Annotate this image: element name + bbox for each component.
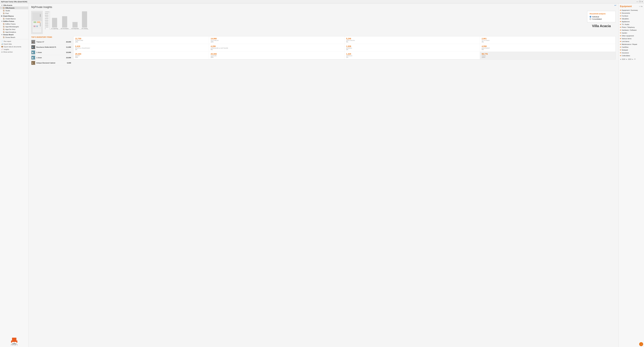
sidebar-item-pool[interactable]: 🏠 Pool [0,12,28,15]
sidebar-item-edifice-futura[interactable]: 🏠 Edifice Futura [0,22,28,25]
filter-button[interactable]: ☰ [634,58,636,60]
bar-opening-rect [52,18,57,27]
action-button[interactable]: → [639,342,643,346]
prev-year-button[interactable]: ◄ [620,58,621,60]
sidebar-item-export-data[interactable]: 📊 Export data [0,42,28,45]
sidebar-item-villa-acacia-group[interactable]: ▼ Villa Acacia [0,4,28,6]
sidebar-item-appt-michelangelo[interactable]: 🏠 Appt Michelangelo [0,25,28,28]
sidebar-label: Appt Amadeus [6,31,16,33]
stat-value-valuables: 14,990 [211,37,343,40]
back-arrow-icon[interactable]: ↩ [614,4,616,7]
right-panel-item-valuables[interactable]: Valuables [618,17,644,20]
right-panel-item-appliances[interactable]: Appliances [618,20,644,23]
sidebar-label: Export data & documents [4,46,21,47]
sidebar-bottom [0,336,28,347]
svg-rect-1 [12,341,17,342]
right-panel-label: Documents [622,12,630,14]
sidebar-item-villa-acacia[interactable]: 🏠 Villa Acacia [0,6,28,9]
stat-label-total: TOTAL [482,55,614,56]
app-body: ▼ Villa Acacia 🏠 Villa Acacia 🏠 Studio 🏠… [0,3,644,347]
sidebar-item-dunas-beach-group[interactable]: ▼ Dunas Beach [0,33,28,36]
right-panel-item-furniture[interactable]: Furniture [618,14,644,17]
right-panel-label: Cashflow [622,46,628,48]
sidebar-item-export-data-docs[interactable]: 📦 Export data & documents [0,45,28,48]
sidebar: ▼ Villa Acacia 🏠 Villa Acacia 🏠 Studio 🏠… [0,3,28,347]
sidebar-label: Chalet Bianca [6,18,16,19]
stat-valuables: 14,990 VALUABLES 15% [209,36,344,44]
sidebar-item-chalet-bianca-group[interactable]: ▶ Chalet Bianca [0,15,28,17]
sidebar-label: Dunas Beach [3,34,14,35]
right-panel-label: Furniture [622,15,628,17]
dot-icon [620,41,621,42]
sidebar-item-run-report[interactable]: 📄 Run report [0,40,28,42]
svg-text:💎: 💎 [32,47,34,48]
next-year-button[interactable]: ► [626,58,628,60]
radio-consolidated-circle[interactable] [590,18,591,20]
close-button[interactable]: ✕ [642,1,643,3]
right-panel-item-collectibles[interactable]: Collectibles [618,54,644,57]
right-panel-item-cashflow[interactable]: Cashflow [618,46,644,48]
year-start: 2020 [622,58,625,60]
dot-icon [620,47,621,47]
sidebar-item-insights[interactable]: 📈 Insights [0,48,28,51]
stats-area: 12,700 FURNITURE 13% 14,990 VALUABLES 15… [73,36,616,59]
stat-percent-various: 1% [346,56,478,58]
dot-icon [620,27,621,28]
sidebar-item-show-archive[interactable]: 🗃 Show archive [0,51,28,53]
sidebar-item-dunas-beach[interactable]: 🏠 Dunas Beach [0,36,28,39]
sidebar-item-appt-da-vinci[interactable]: 🏠 Appt Da Vinci [0,28,28,31]
sidebar-label: Studio [6,10,10,11]
right-panel-item-maintenance[interactable]: Maintenance / Repair [618,43,644,46]
dot-icon [620,32,621,33]
stat-value-photo-telephony: 2,419 [75,45,207,47]
right-panel-item-other-equipment[interactable]: Other equipment [618,34,644,37]
item-thumb-share2: 📈 [31,56,35,60]
right-panel-label: Hardware / Software [622,29,636,31]
sidebar-label: Edifice Futura [6,23,16,25]
right-panel-item-photo-telephony[interactable]: Photo / Telephony [618,26,644,29]
stat-value-leisure: 20,000 [211,53,343,55]
minimize-button[interactable]: — [636,1,638,3]
right-panel-item-garden[interactable]: Garden [618,31,644,34]
right-panel-item-various-items[interactable]: Various items [618,37,644,40]
radio-individual-circle[interactable] [590,16,591,17]
svg-rect-2 [11,341,12,343]
svg-rect-26 [36,25,38,27]
sidebar-label: Dunas Beach [6,36,15,38]
sidebar-label: Appt Michelangelo [6,26,19,27]
right-panel-item-summary[interactable]: Equipment / Summary [618,9,644,12]
font-icon[interactable]: Aa [641,5,642,7]
stats-grid: 12,700 FURNITURE 13% 14,990 VALUABLES 15… [73,36,616,59]
sidebar-item-studio[interactable]: 🏠 Studio [0,9,28,12]
radio-consolidated[interactable]: Consolidated [590,18,613,20]
expand-icon: ▼ [1,34,3,35]
sidebar-label: Villa Acacia [3,4,12,6]
right-panel-item-notepad[interactable]: Notepad [618,48,644,51]
sidebar-item-chalet-bianca[interactable]: 🏠 Chalet Bianca [0,17,28,20]
right-panel-item-lent-items[interactable]: Lent items [618,40,644,43]
sidebar-item-appt-amadeus[interactable]: 🏠 Appt Amadeus [0,31,28,33]
right-panel-item-insurance[interactable]: Insurance [618,51,644,54]
bar-disposals: 03 Disposals [72,22,79,29]
bar-purchases-label: 02 Purchases [61,28,68,29]
expand-icon: ▶ [1,15,2,17]
bar-purchases-rect [62,16,67,27]
right-panel-item-hardware-software[interactable]: Hardware / Software [618,29,644,31]
sidebar-label: Pool [6,12,9,14]
right-panel-label: Insurance [622,52,629,54]
bar-closing-label: 04 Closing [82,28,88,29]
window-controls[interactable]: — ❐ ✕ [636,1,643,3]
stat-appliances: 5,246 APPLIANCES 5% [344,36,480,44]
stat-percent-appliances: 5% [346,41,478,43]
next-year-end-button[interactable]: ► [632,58,634,60]
sidebar-item-edifice-futura-group[interactable]: ▼ Edifice Futura [0,20,28,22]
expand-icon[interactable]: ⤢ [639,5,640,7]
right-panel-label: Maintenance / Repair [622,43,637,45]
maximize-button[interactable]: ❐ [639,1,640,3]
stat-sport: 29,300 SPORT 29% [74,52,209,59]
export-icon: 📊 [1,43,3,45]
right-panel-item-tv-audio[interactable]: TV / Audio [618,23,644,26]
right-panel-item-documents[interactable]: Documents [618,12,644,14]
radio-individual[interactable]: Individual [590,16,613,17]
stat-value-appliances: 5,246 [346,37,478,40]
